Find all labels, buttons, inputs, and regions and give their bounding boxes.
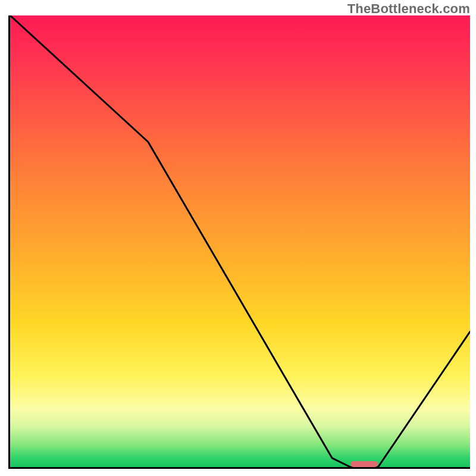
bottleneck-chart: TheBottleneck.com: [0, 0, 476, 476]
plot-area: [8, 15, 470, 469]
bottleneck-curve-path: [10, 15, 470, 467]
optimal-marker: [350, 461, 378, 467]
curve-svg: [10, 15, 470, 467]
attribution-label: TheBottleneck.com: [347, 1, 470, 17]
